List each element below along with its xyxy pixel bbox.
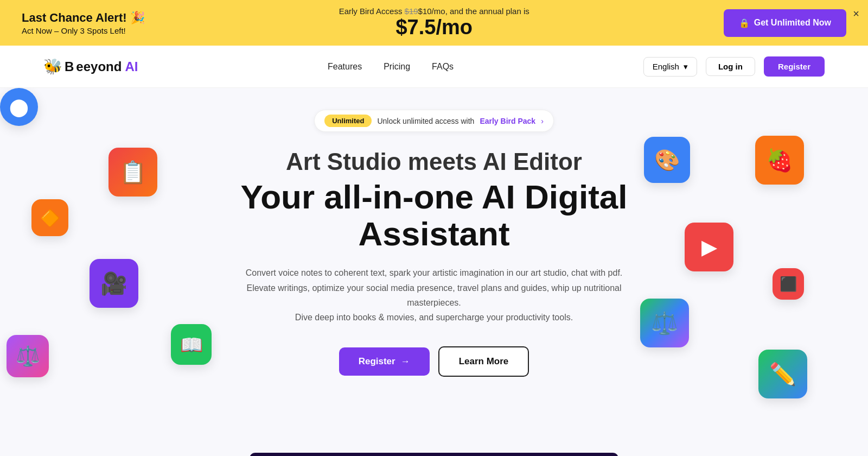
- nav-pricing[interactable]: Pricing: [384, 62, 410, 72]
- app-icon-orange: 🔶: [31, 199, 68, 236]
- app-icon-notepad: 📋: [108, 148, 157, 197]
- navigation: 🐝 BeeyondAI Features Pricing FAQs Englis…: [0, 46, 868, 88]
- hero-desc-2: Elevate writings, optimize your social m…: [246, 283, 621, 307]
- hero-description: Convert voice notes to coherent text, sp…: [244, 265, 624, 325]
- app-icon-paint: 🎨: [644, 137, 690, 183]
- register-label: Register: [359, 356, 395, 367]
- hero-main-title: Your all-in-one AI DigitalAssistant: [241, 179, 628, 252]
- language-label: English: [653, 62, 679, 71]
- language-selector[interactable]: English ▾: [643, 57, 697, 77]
- hero-desc-1: Convert voice notes to coherent text, sp…: [246, 268, 623, 277]
- login-button[interactable]: Log in: [706, 57, 755, 76]
- hero-badge: Unlimited Unlock unlimited access with E…: [314, 110, 554, 132]
- promo-banner: Last Chance Alert! 🎉 Act Now – Only 3 Sp…: [0, 0, 868, 46]
- banner-cta-label: Get Unlimited Now: [754, 18, 831, 28]
- logo: 🐝 BeeyondAI: [43, 58, 138, 75]
- banner-title: Last Chance Alert! 🎉: [22, 11, 145, 25]
- banner-promo-text: Early Bird Access $19$10/mo, and the ann…: [339, 7, 529, 16]
- banner-left-content: Last Chance Alert! 🎉 Act Now – Only 3 Sp…: [22, 11, 145, 35]
- banner-annual-price: $7.5/mo: [339, 16, 529, 39]
- app-icon-scales-left: ⚖️: [7, 335, 49, 377]
- lock-icon: 🔒: [739, 18, 750, 28]
- logo-ai: AI: [125, 59, 138, 74]
- nav-links: Features Pricing FAQs: [328, 62, 454, 72]
- banner-center-content: Early Bird Access $19$10/mo, and the ann…: [339, 7, 529, 39]
- app-icon-book: 📖: [171, 324, 212, 365]
- nav-features[interactable]: Features: [328, 62, 362, 72]
- app-icon-strawberry: 🍓: [755, 136, 804, 185]
- app-icon-youtube: ▶: [685, 223, 733, 271]
- nav-right: English ▾ Log in Register: [643, 56, 825, 77]
- app-icon-pencil: ✏️: [758, 350, 807, 398]
- logo-eeyond: eeyond: [76, 59, 122, 74]
- hero-subtitle: Art Studio meets AI Editor: [286, 148, 582, 175]
- bottom-decoration-bar: [250, 453, 618, 456]
- hero-cta-buttons: Register → Learn More: [339, 346, 529, 377]
- badge-early-bird-link[interactable]: Early Bird Pack: [480, 117, 535, 125]
- arrow-right-icon: →: [401, 356, 410, 367]
- hero-learn-more-button[interactable]: Learn More: [438, 346, 529, 377]
- badge-unlimited-label: Unlimited: [324, 115, 372, 127]
- chevron-down-icon: ▾: [684, 62, 688, 72]
- get-unlimited-button[interactable]: 🔒 Get Unlimited Now: [724, 9, 846, 37]
- logo-b: B: [65, 59, 74, 74]
- hero-section: ⬤ 📋 🔶 🎥 📖 ⚖️ 🎨 🍓 ▶ ⬛ ⚖️ ✏️ Unlimited Unl…: [0, 88, 868, 456]
- app-icon-red-square: ⬛: [773, 268, 804, 300]
- app-icon-blue-circle: ⬤: [0, 88, 38, 126]
- logo-bee-icon: 🐝: [43, 58, 62, 75]
- app-icon-scales-right: ⚖️: [640, 299, 689, 347]
- hero-register-button[interactable]: Register →: [339, 347, 430, 376]
- app-icon-video-camera: 🎥: [90, 259, 138, 308]
- register-button[interactable]: Register: [764, 56, 825, 77]
- banner-subtitle: Act Now – Only 3 Spots Left!: [22, 26, 145, 35]
- close-banner-button[interactable]: ×: [853, 8, 859, 20]
- nav-faqs[interactable]: FAQs: [432, 62, 454, 72]
- badge-arrow-icon: ›: [541, 117, 544, 125]
- hero-desc-3: Dive deep into books & movies, and super…: [295, 313, 573, 322]
- badge-description: Unlock unlimited access with: [377, 117, 474, 125]
